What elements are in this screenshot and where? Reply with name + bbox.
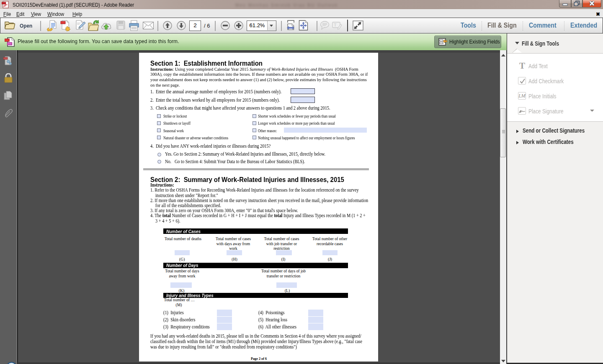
svg-text:T: T	[334, 23, 337, 27]
